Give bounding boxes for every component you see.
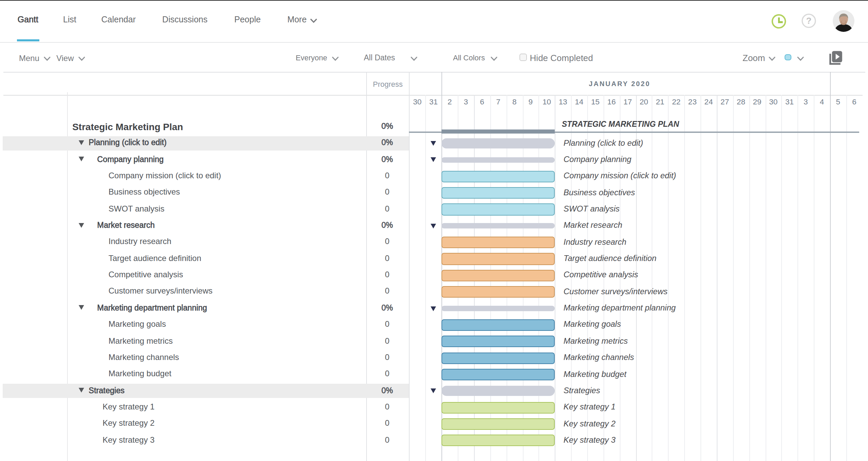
svg-text:?: ? bbox=[806, 16, 812, 26]
